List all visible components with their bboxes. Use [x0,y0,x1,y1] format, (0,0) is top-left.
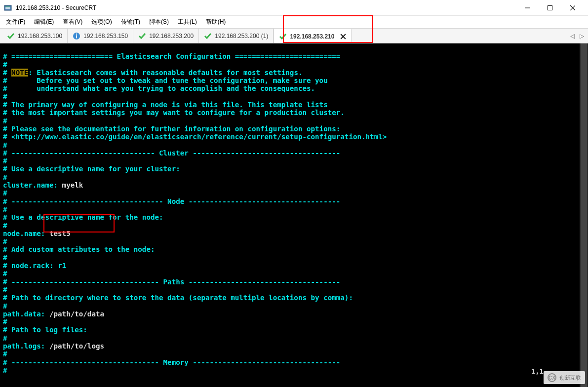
doc-line-1: # Please see the documentation for furth… [3,125,340,133]
node-rack-line: # node.rack: r1 [3,262,66,270]
note-line-3: # understand what are you trying to acco… [3,84,315,92]
watermark: CX 创新互联 [544,371,585,384]
path-logs-key: path.logs: [3,342,45,350]
tab-label: 192.168.253.150 [83,33,128,39]
check-icon [279,33,287,40]
menu-options[interactable]: 选项(O) [91,18,112,26]
note-label: NOTE [11,69,28,77]
tab-session-1[interactable]: 192.168.253.150 [68,29,133,43]
path-data-key: path.data: [3,310,45,318]
watermark-icon: CX [548,373,556,382]
svg-point-9 [76,33,77,34]
path-data-value: /path/to/data [45,310,104,318]
app-icon [4,4,12,12]
check-icon [204,32,212,40]
cursor-position: 1,1 [531,367,544,375]
node-description: # Use a descriptive name for the node: [3,213,163,221]
tab-label: 192.168.253.200 [149,33,194,39]
node-name-key: node.name: [3,230,45,237]
terminal-content: # ======================== Elasticsearch… [0,43,588,383]
menu-edit[interactable]: 编辑(E) [34,18,54,26]
window-title: 192.168.253.210 - SecureCRT [16,4,96,11]
svg-rect-4 [548,5,552,10]
tab-scroll-right-icon[interactable]: ▷ [580,33,584,39]
tab-session-3[interactable]: 192.168.253.200 (1) [199,29,274,43]
section-paths: # ----------------------------------- Pa… [3,278,340,286]
close-button[interactable] [561,0,584,16]
primary-line-1: # The primary way of configuring a node … [3,101,328,109]
tab-session-0[interactable]: 192.168.253.100 [2,29,68,43]
node-name-value: test5 [45,230,70,237]
paths-description: # Path to directory where to store the d… [3,294,353,302]
section-cluster: # ---------------------------------- Clu… [3,149,340,157]
svg-rect-2 [5,6,10,7]
check-icon [138,32,146,40]
menu-script[interactable]: 脚本(S) [149,18,169,26]
primary-line-2: # the most important settings you may wa… [3,109,345,116]
cluster-name-key: cluster.name: [3,181,58,189]
info-icon [73,32,80,40]
tab-label: 192.168.253.200 (1) [215,33,268,39]
menu-tools[interactable]: 工具(L) [178,18,197,26]
maximize-button[interactable] [539,0,561,16]
menu-transfer[interactable]: 传输(T) [121,18,140,26]
menu-file[interactable]: 文件(F) [6,18,25,26]
note-line-1: : Elasticsearch comes with reasonable de… [28,69,302,77]
menu-bar: 文件(F) 编辑(E) 查看(V) 选项(O) 传输(T) 脚本(S) 工具(L… [0,16,588,29]
svg-rect-8 [76,35,77,38]
window-titlebar: 192.168.253.210 - SecureCRT [0,0,588,16]
tab-label: 192.168.253.210 [290,33,334,40]
tab-scroll-left-icon[interactable]: ◁ [570,33,575,39]
note-line-2: # Before you set out to tweak and tune t… [3,77,328,84]
cluster-description: # Use a descriptive name for your cluste… [3,165,180,173]
tab-bar: 192.168.253.100 192.168.253.150 192.168.… [0,29,588,43]
logs-description: # Path to log files: [3,326,87,334]
terminal-pane[interactable]: # ======================== Elasticsearch… [0,43,588,387]
section-node: # ------------------------------------ N… [3,197,340,205]
minimize-button[interactable] [516,0,539,16]
path-logs-value: /path/to/logs [45,342,104,350]
tab-scroll-arrows: ◁ ▷ [570,29,588,43]
tab-label: 192.168.253.100 [18,33,62,39]
close-tab-icon[interactable] [340,34,346,39]
menu-help[interactable]: 帮助(H) [206,18,226,26]
section-memory: # ----------------------------------- Me… [3,358,340,366]
doc-line-2: # <http://www.elastic.co/guide/en/elasti… [3,133,387,141]
vertical-scrollbar[interactable] [580,43,588,387]
attr-description: # Add custom attributes to the node: [3,245,155,253]
watermark-text: 创新互联 [559,374,581,382]
cluster-name-value: myelk [58,181,83,189]
menu-view[interactable]: 查看(V) [63,18,82,26]
check-icon [7,32,15,40]
tab-session-2[interactable]: 192.168.253.200 [133,29,199,43]
tab-session-4[interactable]: 192.168.253.210 [274,29,352,43]
config-header: # ======================== Elasticsearch… [3,52,340,60]
